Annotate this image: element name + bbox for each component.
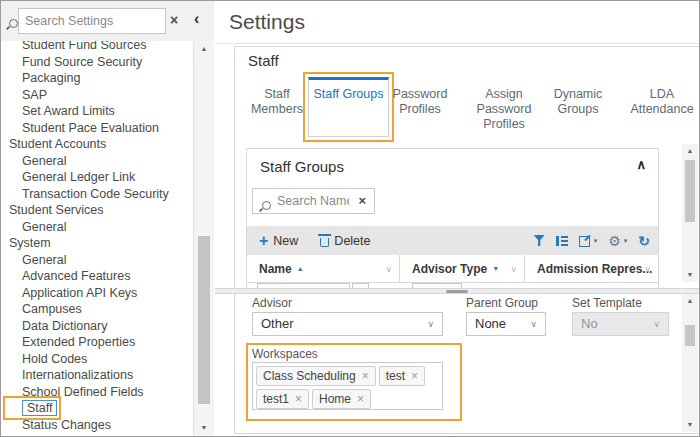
parent-group-select[interactable]: None ∨ [466,312,546,336]
column-label: Advisor Type [412,262,487,276]
settings-sidebar: × ‹ Student Fund Sources Fund Source Sec… [1,1,214,436]
sidebar-scrollbar[interactable]: ▲ ▼ [193,41,214,436]
scroll-up-icon[interactable]: ▲ [682,295,698,307]
column-label: Name [259,262,292,276]
tab-password-profiles[interactable]: Password Profiles [389,87,451,117]
sidebar-category[interactable]: System [1,235,193,252]
column-header-name[interactable]: Name ▲ ∨ [247,255,400,282]
advisor-value: Other [261,316,294,331]
clear-search-icon[interactable]: × [170,12,178,28]
scroll-down-icon[interactable]: ▼ [194,422,214,434]
workspace-tag: test1 × [256,389,309,409]
delete-button[interactable]: Delete [320,234,370,248]
filter-icon[interactable] [534,235,545,246]
search-icon [7,19,17,29]
splitter-handle[interactable] [446,290,468,293]
workspace-tag: test × [379,366,425,386]
caret-down-icon: ▾ [594,237,598,245]
column-menu-icon[interactable]: ∨ [385,264,392,274]
remove-tag-icon[interactable]: × [357,392,364,406]
search-icon [260,201,270,211]
new-button[interactable]: + New [259,234,298,248]
remove-tag-icon[interactable]: × [295,392,302,406]
scroll-up-icon[interactable]: ▲ [682,145,698,157]
export-icon [579,235,591,247]
gear-icon: ⚙ [608,234,621,248]
sidebar-category[interactable]: Student Services [1,202,193,219]
workspaces-tag-input[interactable]: Class Scheduling × test × test1 × Home × [252,362,443,410]
scrollbar-thumb[interactable] [198,236,210,404]
set-template-select-disabled: No ∨ [572,312,669,336]
tab-staff-groups-active[interactable]: Staff Groups [308,77,389,137]
sidebar-item[interactable]: General Ledger Link [1,169,193,186]
scroll-down-icon[interactable]: ▼ [682,269,698,281]
staff-card-title: Staff [248,52,279,69]
workspace-tag: Home × [312,389,371,409]
header-divider [215,43,699,44]
sidebar-item[interactable]: Extended Properties [1,334,193,351]
sidebar-item[interactable]: Packaging [1,70,193,87]
tab-staff-members[interactable]: Staff Members [244,87,310,117]
remove-tag-icon[interactable]: × [411,369,418,383]
search-name-input[interactable] [277,190,349,212]
clear-search-icon[interactable]: × [358,193,366,208]
collapse-sidebar-icon[interactable]: ‹ [194,10,199,28]
advisor-select[interactable]: Other ∨ [252,312,443,336]
sidebar-search-bar: × ‹ [1,1,214,41]
tab-lda-attendance[interactable]: LDA Attendance [626,87,698,117]
sidebar-item[interactable]: Fund Source Security [1,54,193,71]
tab-assign-password-profiles[interactable]: Assign Password Profiles [473,87,535,132]
tag-label: test1 [263,392,289,406]
sort-asc-icon: ▲ [297,265,304,272]
sidebar-item[interactable]: Set Award Limits [1,103,193,120]
column-header-admission-rep[interactable]: Admission Repres... ∨ [525,255,658,282]
refresh-icon[interactable]: ↻ [638,234,650,248]
scroll-up-icon[interactable]: ▲ [194,43,214,55]
sidebar-item[interactable]: General [1,252,193,269]
tab-dynamic-groups[interactable]: Dynamic Groups [547,87,609,117]
section-title: Staff Groups [260,158,344,175]
sidebar-item[interactable]: Advanced Features [1,268,193,285]
sidebar-item[interactable]: Data Dictionary [1,318,193,335]
view-menu-icon[interactable] [556,236,568,246]
detail-scrollbar[interactable]: ▲ ▼ [682,294,698,432]
sidebar-item[interactable]: General [1,219,193,236]
column-header-advisor-type[interactable]: Advisor Type ▼ ∨ [400,255,525,282]
parent-group-value: None [475,316,506,331]
sidebar-item[interactable]: Application API Keys [1,285,193,302]
column-label: Admission Repres... [537,262,652,276]
settings-menu-button[interactable]: ⚙ ▾ [608,234,627,248]
grid-search-box: × [252,188,375,214]
page-title: Settings [229,10,305,34]
sidebar-item[interactable]: Student Pace Evaluation [1,120,193,137]
scroll-down-icon[interactable]: ▼ [682,419,698,431]
app-window: × ‹ Student Fund Sources Fund Source Sec… [0,0,700,437]
column-menu-icon[interactable]: ∨ [510,264,517,274]
sidebar-item[interactable]: Internationalizations [1,367,193,384]
sidebar-item[interactable]: Campuses [1,301,193,318]
grid-header-row: Name ▲ ∨ Advisor Type ▼ ∨ Admission Repr… [247,255,658,283]
filter-applied-icon: ▼ [492,265,499,272]
grid-toolbar-icons: ▾ ⚙ ▾ ↻ [534,226,650,255]
remove-tag-icon[interactable]: × [362,369,369,383]
export-button[interactable]: ▾ [579,235,598,247]
grid-scrollbar[interactable]: ▲ ▼ [682,144,698,282]
collapse-section-icon[interactable]: ∧ [636,157,646,172]
new-button-label: New [273,234,298,248]
scrollbar-thumb[interactable] [685,160,695,222]
delete-button-label: Delete [334,234,370,248]
sidebar-item[interactable]: Transaction Code Security [1,186,193,203]
sidebar-category[interactable]: Student Accounts [1,136,193,153]
sidebar-item[interactable]: Hold Codes [1,351,193,368]
scrollbar-thumb[interactable] [685,325,695,346]
main-panel: Settings Staff Staff Members Staff Group… [215,1,699,436]
tag-label: test [386,369,405,383]
sidebar-search-input[interactable] [18,8,166,34]
pane-splitter[interactable] [215,288,699,294]
sidebar-item[interactable]: Student Fund Sources [1,41,193,54]
column-menu-icon[interactable]: ∨ [644,264,651,274]
workspace-tag: Class Scheduling × [256,366,376,386]
grid-toolbar: + New Delete ▾ ⚙ ▾ [247,226,658,255]
sidebar-item[interactable]: SAP [1,87,193,104]
sidebar-item[interactable]: General [1,153,193,170]
